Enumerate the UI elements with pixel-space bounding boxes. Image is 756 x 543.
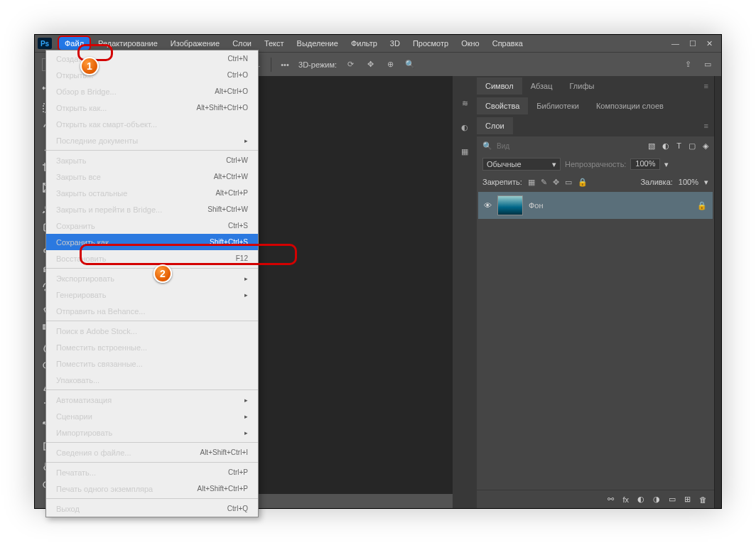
menu-edit[interactable]: Редактирование — [92, 37, 163, 50]
menu-item: Открыть...Ctrl+O — [46, 67, 258, 83]
menu-view[interactable]: Просмотр — [407, 37, 454, 50]
menu-item: Закрыть остальныеAlt+Ctrl+P — [46, 185, 258, 201]
layer-name[interactable]: Фон — [529, 201, 544, 210]
menu-item: Упаковать... — [46, 372, 258, 388]
menu-help[interactable]: Справка — [487, 37, 529, 50]
link-layers-icon[interactable]: ⚯ — [608, 495, 614, 504]
menu-window[interactable]: Окно — [455, 37, 485, 50]
layers-menu-icon[interactable]: ≡ — [698, 122, 714, 130]
maximize-button[interactable]: ☐ — [689, 39, 696, 48]
tab-properties[interactable]: Свойства — [477, 97, 528, 114]
lock-icon[interactable]: 🔒 — [697, 201, 707, 210]
panel-main: Символ Абзац Глифы ≡ Свойства Библиотеки… — [477, 76, 714, 508]
mode-3d-label: 3D-режим: — [298, 60, 337, 69]
zoom-3d-icon[interactable]: ⊕ — [384, 59, 396, 70]
menu-item: ВосстановитьF12 — [46, 250, 258, 267]
fill-value[interactable]: 100% — [679, 178, 698, 186]
menu-item[interactable]: Автоматизация — [46, 392, 258, 408]
menu-item[interactable]: Обзор в Bridge...Alt+Ctrl+O — [46, 83, 258, 100]
minimize-button[interactable]: — — [671, 39, 679, 48]
menu-item[interactable]: ВыходCtrl+Q — [46, 500, 258, 517]
filter-pixel-icon[interactable]: ▧ — [648, 141, 655, 151]
menu-filter[interactable]: Фильтр — [345, 37, 383, 50]
new-group-icon[interactable]: ▭ — [669, 495, 676, 504]
menu-item[interactable]: Поместить встроенные... — [46, 339, 258, 355]
menu-item: СохранитьCtrl+S — [46, 217, 258, 234]
menu-item[interactable]: Открыть как смарт-объект... — [46, 116, 258, 132]
tab-layers[interactable]: Слои — [477, 117, 513, 134]
menu-item[interactable]: Печатать...Ctrl+P — [46, 464, 258, 480]
menu-item[interactable]: Поместить связанные... — [46, 355, 258, 372]
props-tabs: Свойства Библиотеки Композиции слоев — [477, 96, 714, 116]
filter-shape-icon[interactable]: ▢ — [688, 141, 696, 151]
filter-adjust-icon[interactable]: ◐ — [662, 141, 669, 151]
menu-item[interactable]: Поиск в Adobe Stock... — [46, 323, 258, 339]
panel-menu-icon[interactable]: ≡ — [698, 82, 714, 90]
delete-layer-icon[interactable]: 🗑 — [699, 495, 707, 504]
filter-type-icon[interactable]: T — [676, 141, 681, 151]
lock-transparency-icon[interactable]: ▦ — [528, 178, 535, 187]
file-menu-dropdown: Создать...Ctrl+NОткрыть...Ctrl+OОбзор в … — [45, 50, 259, 517]
more-icon[interactable]: ••• — [279, 59, 291, 70]
menu-item[interactable]: Отправить на Behance... — [46, 303, 258, 319]
blend-mode-select[interactable]: Обычные▾ — [482, 158, 561, 171]
swatches-panel-icon[interactable]: ▦ — [458, 144, 472, 158]
menu-type[interactable]: Текст — [259, 37, 290, 50]
menu-item[interactable]: Закрыть и перейти в Bridge...Shift+Ctrl+… — [46, 201, 258, 217]
layer-mask-icon[interactable]: ◐ — [637, 495, 644, 504]
workspace-icon[interactable]: ▭ — [701, 59, 714, 70]
search-icon[interactable]: 🔍 — [482, 141, 492, 151]
menu-select[interactable]: Выделение — [291, 37, 344, 50]
menu-item[interactable]: Генерировать — [46, 286, 258, 303]
menu-item[interactable]: Создать...Ctrl+N — [46, 50, 258, 67]
layer-thumbnail[interactable] — [497, 195, 523, 215]
layer-filter: 🔍 ▧ ◐ T ▢ ◈ — [477, 136, 714, 155]
lock-all-icon[interactable]: 🔒 — [578, 178, 588, 187]
orbit-icon[interactable]: ⟳ — [344, 59, 357, 70]
fill-label: Заливка: — [640, 178, 672, 186]
lock-move-icon[interactable]: ✥ — [553, 178, 559, 187]
menu-layer[interactable]: Слои — [227, 37, 257, 50]
close-button[interactable]: ✕ — [706, 39, 713, 48]
layers-tabs: Слои ≡ — [477, 116, 714, 136]
visibility-icon[interactable]: 👁 — [484, 201, 492, 210]
share-icon[interactable]: ⇪ — [681, 59, 694, 70]
lock-label: Закрепить: — [482, 178, 522, 186]
badge-1: 1 — [80, 57, 99, 75]
color-panel-icon[interactable]: ◐ — [458, 120, 472, 134]
tab-glyphs[interactable]: Глифы — [561, 77, 603, 95]
menu-item[interactable]: Закрыть всеAlt+Ctrl+W — [46, 168, 258, 185]
layer-background[interactable]: 👁 Фон 🔒 — [478, 192, 713, 219]
history-panel-icon[interactable]: ≋ — [458, 96, 472, 110]
search-icon[interactable]: 🔍 — [404, 59, 416, 70]
lock-artboard-icon[interactable]: ▭ — [565, 178, 572, 187]
adjustment-layer-icon[interactable]: ◑ — [653, 495, 660, 504]
menu-item[interactable]: Импортировать — [46, 424, 258, 441]
filter-smart-icon[interactable]: ◈ — [703, 141, 708, 151]
pan-icon[interactable]: ✥ — [364, 59, 377, 70]
tab-libraries[interactable]: Библиотеки — [528, 97, 588, 114]
menu-item[interactable]: Сценарии — [46, 408, 258, 424]
layer-style-icon[interactable]: fx — [622, 495, 629, 504]
tab-paragraph[interactable]: Абзац — [522, 77, 561, 95]
menu-3d[interactable]: 3D — [384, 37, 406, 50]
menu-item[interactable]: Сведения о файле...Alt+Shift+Ctrl+I — [46, 444, 258, 461]
menu-item[interactable]: Сохранить как...Shift+Ctrl+S — [46, 234, 258, 250]
dock-handle[interactable] — [714, 76, 721, 508]
new-layer-icon[interactable]: ⊞ — [684, 495, 691, 504]
menu-item[interactable]: ЗакрытьCtrl+W — [46, 152, 258, 168]
app-logo: Ps — [38, 38, 52, 49]
opacity-value[interactable]: 100% — [630, 158, 660, 170]
menu-file[interactable]: Файл — [58, 36, 91, 51]
badge-2: 2 — [153, 264, 172, 283]
menu-item[interactable]: Открыть как...Alt+Shift+Ctrl+O — [46, 100, 258, 116]
lock-paint-icon[interactable]: ✎ — [541, 178, 547, 187]
layer-filter-input[interactable] — [497, 142, 539, 150]
tab-layer-comps[interactable]: Композиции слоев — [588, 97, 672, 114]
menu-item[interactable]: Последние документы — [46, 132, 258, 149]
tab-character[interactable]: Символ — [477, 77, 522, 95]
menu-item[interactable]: Экспортировать — [46, 270, 258, 286]
menu-image[interactable]: Изображение — [165, 37, 225, 50]
lock-row: Закрепить: ▦ ✎ ✥ ▭ 🔒 Заливка: 100%▾ — [477, 173, 714, 190]
menu-item[interactable]: Печать одного экземпляраAlt+Shift+Ctrl+P — [46, 480, 258, 497]
